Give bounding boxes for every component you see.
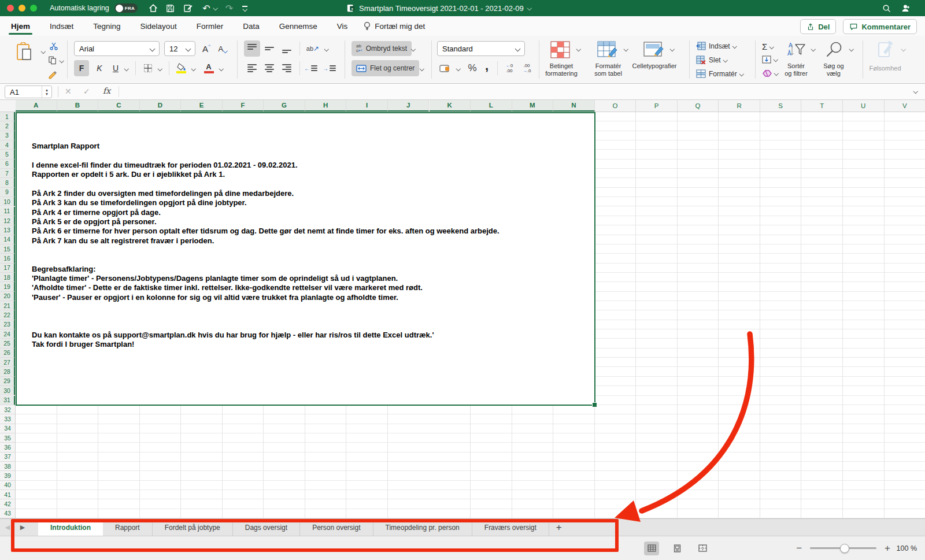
zoom-in-button[interactable]: + <box>885 546 890 551</box>
wrap-text-button[interactable]: abc↩ Ombryd tekst <box>352 41 412 56</box>
sheet-tab-introduktion[interactable]: Introduktion <box>38 520 103 536</box>
row-header-37[interactable]: 37 <box>0 453 15 462</box>
undo-chevron-icon[interactable] <box>213 6 218 10</box>
save-icon[interactable] <box>164 2 177 14</box>
align-right-button[interactable] <box>279 60 295 76</box>
row-header-32[interactable]: 32 <box>0 405 15 414</box>
undo-icon[interactable]: ↶ <box>200 2 213 14</box>
sheet-tab-fordelt-p-jobtype[interactable]: Fordelt på jobtype <box>153 519 233 536</box>
row-header-15[interactable]: 15 <box>0 244 15 254</box>
row-header-35[interactable]: 35 <box>0 433 15 443</box>
column-header-V[interactable]: V <box>885 100 925 112</box>
sheet-tab-timeopdeling-pr-person[interactable]: Timeopdeling pr. person <box>373 519 472 536</box>
normal-view-button[interactable] <box>644 542 659 555</box>
row-header-7[interactable]: 7 <box>0 169 15 178</box>
share-button[interactable]: Del <box>800 19 836 34</box>
font-size-select[interactable]: 12 <box>164 41 195 56</box>
row-header-19[interactable]: 19 <box>0 282 15 291</box>
row-header-2[interactable]: 2 <box>0 121 15 131</box>
row-header-36[interactable]: 36 <box>0 443 15 452</box>
share-user-icon[interactable] <box>900 2 912 14</box>
row-header-28[interactable]: 28 <box>0 367 15 376</box>
row-header-34[interactable]: 34 <box>0 424 15 433</box>
zoom-level[interactable]: 100 % <box>897 544 917 552</box>
row-header-8[interactable]: 8 <box>0 178 15 187</box>
row-header-13[interactable]: 13 <box>0 225 15 235</box>
orientation-button[interactable]: ab↗ <box>304 40 321 57</box>
zoom-out-button[interactable]: − <box>796 546 802 551</box>
align-center-button[interactable] <box>261 60 278 76</box>
ribbon-tab-hjem[interactable]: Hjem <box>10 18 31 35</box>
column-header-E[interactable]: E <box>181 100 223 112</box>
row-header-33[interactable]: 33 <box>0 414 15 424</box>
increase-font-button[interactable]: A^ <box>199 41 214 56</box>
row-header-29[interactable]: 29 <box>0 377 15 386</box>
cell-styles-chevron-icon[interactable] <box>670 47 675 51</box>
row-header-3[interactable]: 3 <box>0 131 15 140</box>
column-header-J[interactable]: J <box>388 100 430 112</box>
align-top-button[interactable] <box>244 40 260 57</box>
fill-color-button[interactable] <box>173 60 188 76</box>
row-header-5[interactable]: 5 <box>0 150 15 159</box>
tell-me-button[interactable]: Fortæl mig det <box>363 21 425 31</box>
autosum-button[interactable]: Σ <box>762 42 774 51</box>
orientation-chevron-icon[interactable] <box>324 47 329 51</box>
insert-function-icon[interactable]: fx <box>103 86 110 95</box>
column-header-M[interactable]: M <box>512 100 554 112</box>
row-header-1[interactable]: 1 <box>0 112 15 121</box>
ribbon-tab-formler[interactable]: Formler <box>195 18 225 35</box>
borders-button[interactable] <box>141 61 155 75</box>
row-header-14[interactable]: 14 <box>0 235 15 244</box>
row-header-38[interactable]: 38 <box>0 462 15 471</box>
column-header-B[interactable]: B <box>57 100 99 112</box>
insert-cells-button[interactable]: Indsæt <box>696 42 736 50</box>
confirm-entry-icon[interactable]: ✓ <box>83 87 90 96</box>
decrease-decimal-button[interactable]: .00→.0 <box>519 61 534 75</box>
ribbon-tab-gennemse[interactable]: Gennemse <box>278 18 319 35</box>
sheet-tab-frav-rs-oversigt[interactable]: Fraværs oversigt <box>472 519 549 536</box>
ribbon-tab-tegning[interactable]: Tegning <box>92 18 121 35</box>
row-header-25[interactable]: 25 <box>0 339 15 348</box>
add-sheet-button[interactable]: + <box>549 519 569 536</box>
column-header-K[interactable]: K <box>430 100 471 112</box>
column-header-A[interactable]: A <box>16 100 57 112</box>
paste-button[interactable] <box>9 39 39 65</box>
name-box-stepper[interactable]: ▲▼ <box>42 86 51 98</box>
column-header-D[interactable]: D <box>140 100 182 112</box>
column-header-S[interactable]: S <box>760 100 802 112</box>
format-as-table-button[interactable] <box>594 39 621 60</box>
page-break-view-button[interactable] <box>695 542 710 555</box>
align-middle-button[interactable] <box>261 40 278 57</box>
page-layout-view-button[interactable] <box>669 542 684 555</box>
row-header-11[interactable]: 11 <box>0 207 15 216</box>
column-header-U[interactable]: U <box>843 100 885 112</box>
selected-merged-cell[interactable]: Smartplan RapportI denne excel-fil finde… <box>16 112 595 406</box>
column-header-P[interactable]: P <box>636 100 678 112</box>
font-color-button[interactable]: A <box>201 60 216 76</box>
row-header-24[interactable]: 24 <box>0 329 15 339</box>
save-as-icon[interactable] <box>182 2 194 14</box>
accounting-format-button[interactable] <box>437 61 453 75</box>
row-header-26[interactable]: 26 <box>0 348 15 358</box>
column-header-H[interactable]: H <box>305 100 347 112</box>
row-header-10[interactable]: 10 <box>0 197 15 206</box>
column-header-T[interactable]: T <box>801 100 843 112</box>
row-header-18[interactable]: 18 <box>0 273 15 282</box>
column-header-F[interactable]: F <box>223 100 264 112</box>
conditional-formatting-button[interactable] <box>547 39 574 60</box>
title-chevron-icon[interactable] <box>527 6 532 10</box>
comments-button[interactable]: Kommentarer <box>843 19 917 34</box>
number-format-select[interactable]: Standard <box>437 41 525 56</box>
minimize-button[interactable] <box>18 5 25 12</box>
font-name-select[interactable]: Arial <box>74 41 160 56</box>
underline-button[interactable]: U <box>109 60 123 76</box>
home-icon[interactable] <box>147 2 160 14</box>
fill-color-chevron-icon[interactable] <box>191 66 196 71</box>
wrap-text-chevron-icon[interactable] <box>411 47 416 51</box>
redo-icon[interactable]: ↷ <box>223 2 235 14</box>
format-as-table-chevron-icon[interactable] <box>624 47 628 51</box>
accounting-chevron-icon[interactable] <box>456 66 461 71</box>
increase-decimal-button[interactable]: ←0.00 <box>502 61 517 75</box>
sheet-nav-prev-icon[interactable]: ◀ <box>0 519 15 536</box>
row-header-43[interactable]: 43 <box>0 509 15 518</box>
